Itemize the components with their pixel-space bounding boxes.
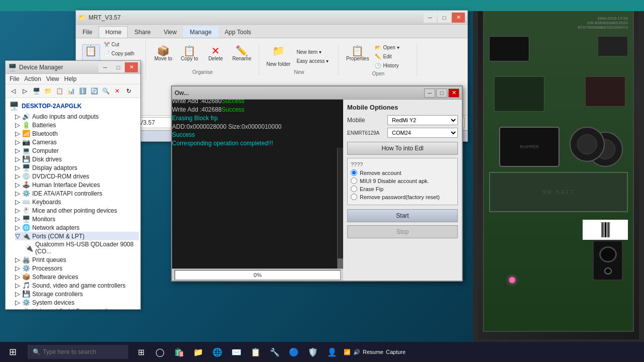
dm-device-btn[interactable]: 📋 — [54, 86, 64, 96]
dm-item-bluetooth[interactable]: ▷ 📶 Bluetooth — [15, 129, 139, 138]
edit-button[interactable]: ✏️ Edit — [372, 52, 413, 61]
start-button-taskbar[interactable]: ⊞ — [0, 342, 25, 362]
dm-refresh-btn[interactable]: ↻ — [124, 86, 134, 96]
task-view-button[interactable]: ⊞ — [133, 344, 148, 359]
dm-menu-view[interactable]: View — [46, 75, 59, 82]
radio-remove-password-input[interactable] — [351, 194, 357, 200]
mail-button[interactable]: ✉️ — [229, 344, 244, 359]
cut-button[interactable]: ✂️ Cut — [101, 40, 141, 49]
dm-item-sound[interactable]: ▷ 🎵 Sound, video and game controllers — [15, 281, 139, 290]
dm-item-cameras[interactable]: ▷ 📷 Cameras — [15, 138, 139, 146]
dm-item-computer[interactable]: ▷ 💻 Computer — [15, 146, 139, 155]
dm-item-batteries[interactable]: ▷ 🔋 Batteries — [15, 121, 139, 129]
radio-remove-password[interactable]: Remove password(factory reset) — [351, 194, 454, 200]
dm-item-monitors[interactable]: ▷ 🖥️ Monitors — [15, 215, 139, 223]
new-folder-button[interactable]: 📁 — [270, 44, 287, 59]
tab-manage[interactable]: Manage — [183, 26, 218, 38]
tool-minimize-button[interactable]: ─ — [424, 88, 435, 98]
log-scroll-area[interactable]: Write Add :402536SuccessWrite Add :40254… — [172, 100, 343, 148]
tool-close-button[interactable]: ✕ — [448, 88, 459, 98]
log-scrollbar[interactable] — [337, 148, 343, 268]
open-button[interactable]: 📂 Open ▾ — [372, 43, 413, 52]
dm-item-network[interactable]: ▷ 🌐 Network adapters — [15, 223, 139, 232]
tool-maximize-button[interactable]: □ — [436, 88, 447, 98]
radio-miui9[interactable]: MIUI 9 Disable account apk. — [351, 177, 454, 184]
port-select[interactable]: COM24 — [387, 128, 458, 138]
move-to-button[interactable]: 📦 Move to — [151, 44, 176, 68]
new-item-button[interactable]: New item ▾ — [294, 48, 334, 56]
device-manager-maximize-button[interactable]: □ — [112, 62, 125, 72]
device-manager-minimize-button[interactable]: ─ — [99, 62, 112, 72]
tool-button[interactable]: 🔧 — [267, 344, 282, 359]
dm-root-node[interactable]: 🖥️ DESKTOP-2AAPGLK — [7, 100, 139, 112]
dm-properties-btn[interactable]: ℹ️ — [77, 86, 88, 96]
dm-item-ports[interactable]: ▽ 🔌 Ports (COM & LPT) — [15, 232, 139, 240]
tab-view[interactable]: View — [157, 26, 183, 38]
tab-file[interactable]: File — [76, 26, 99, 38]
radio-erase-fip-input[interactable] — [351, 186, 357, 192]
new-folder-text-button[interactable]: New folder — [264, 60, 293, 68]
dm-item-qualcomm[interactable]: 🔌 Qualcomm HS-USB QDLoader 9008 (CO... — [23, 240, 139, 255]
copy-to-button[interactable]: 📋 Copy to — [177, 44, 202, 68]
volume-tray-icon[interactable]: 🔊 — [353, 349, 360, 355]
security-button[interactable]: 🛡️ — [305, 344, 320, 359]
dm-item-software[interactable]: ▷ 📦 Software devices — [15, 273, 139, 281]
dm-item-display[interactable]: ▷ 🖥️ Display adaptors — [15, 163, 139, 172]
dm-item-storage[interactable]: ▷ 💾 Storage controllers — [15, 290, 139, 298]
properties-button[interactable]: 📋 Properties — [344, 44, 371, 68]
dm-item-ide[interactable]: ▷ ⚙️ IDE ATA/ATAPI controllers — [15, 189, 139, 198]
dm-menu-action[interactable]: Action — [24, 75, 41, 82]
network-tray-icon[interactable]: 📶 — [344, 349, 351, 355]
copy-path-button[interactable]: 📄 Copy path — [101, 49, 141, 58]
taskbar-search-input[interactable] — [43, 348, 118, 355]
radio-miui9-input[interactable] — [351, 177, 357, 184]
dm-item-audio[interactable]: ▷ 🔊 Audio inputs and outputs — [15, 112, 139, 121]
history-button[interactable]: 🕐 History — [372, 61, 413, 70]
mobile-select[interactable]: RedMi Y2 — [387, 115, 458, 125]
dm-computer-btn[interactable]: 🖥️ — [31, 86, 41, 96]
dm-x-btn[interactable]: ✕ — [112, 86, 122, 96]
folder-button[interactable]: 📁 — [191, 344, 206, 359]
dm-item-disk[interactable]: ▷ 💾 Disk drives — [15, 155, 139, 163]
dm-menu-help[interactable]: Help — [64, 75, 77, 82]
rename-button[interactable]: ✏️ Rename — [229, 44, 255, 68]
chrome-button[interactable]: 🔵 — [286, 344, 301, 359]
taskbar-search-box[interactable]: 🔍 — [28, 345, 128, 359]
dm-item-dvd[interactable]: ▷ 💿 DVD/CD-ROM drives — [15, 172, 139, 180]
dm-folder-btn[interactable]: 📁 — [43, 86, 53, 96]
radio-remove-account-input[interactable] — [351, 169, 357, 176]
files-button[interactable]: 📋 — [248, 344, 263, 359]
dm-item-hid[interactable]: ▷ 🕹️ Human Interface Devices — [15, 180, 139, 189]
dm-item-mice[interactable]: ▷ 🖱️ Mice and other pointing devices — [15, 206, 139, 215]
file-explorer-maximize-button[interactable]: □ — [438, 13, 451, 23]
store-button[interactable]: 🛍️ — [172, 344, 187, 359]
dm-menu-file[interactable]: File — [10, 75, 19, 82]
tab-app-tools[interactable]: App Tools — [218, 26, 258, 38]
dm-item-keyboards[interactable]: ▷ ⌨️ Keyboards — [15, 198, 139, 206]
start-button[interactable]: Start — [347, 209, 458, 222]
radio-remove-account[interactable]: Remove account — [351, 169, 454, 176]
tool-dialog-titlebar[interactable]: Ow... ─ □ ✕ — [172, 86, 462, 100]
people-button[interactable]: 👤 — [325, 344, 340, 359]
dm-scan-btn[interactable]: 🔍 — [101, 86, 111, 96]
cortana-button[interactable]: ◯ — [152, 344, 168, 359]
device-manager-titlebar[interactable]: 🖥️ Device Manager ─ □ ✕ — [6, 61, 140, 74]
tab-share[interactable]: Share — [128, 26, 157, 38]
file-explorer-minimize-button[interactable]: ─ — [424, 13, 437, 23]
how-to-edl-button[interactable]: How To into Edl — [347, 142, 458, 155]
device-manager-tree[interactable]: 🖥️ DESKTOP-2AAPGLK ▷ 🔊 Audio inputs and … — [6, 98, 140, 309]
delete-button[interactable]: ✕ Delete — [203, 44, 228, 68]
file-explorer-titlebar[interactable]: 📁 MRT_V3.57 ─ □ ✕ — [76, 11, 467, 25]
tab-home[interactable]: Home — [99, 26, 128, 38]
file-explorer-close-button[interactable]: ✕ — [452, 13, 465, 23]
dm-item-usb[interactable]: ▷ 🔌 Universal Serial Bus controllers — [15, 307, 139, 309]
dm-item-print[interactable]: ▷ 🖨️ Print queues — [15, 255, 139, 264]
dm-resource-btn[interactable]: 📊 — [66, 86, 76, 96]
dm-forward-btn[interactable]: ▷ — [20, 86, 30, 96]
device-manager-close-button[interactable]: ✕ — [125, 62, 138, 72]
browser-button[interactable]: 🌐 — [210, 344, 225, 359]
dm-item-processors[interactable]: ▷ ⚙️ Processors — [15, 264, 139, 273]
radio-erase-fip[interactable]: Erase Fip — [351, 186, 454, 192]
stop-button[interactable]: Stop — [347, 225, 458, 238]
capture-label[interactable]: Capture — [386, 349, 406, 355]
